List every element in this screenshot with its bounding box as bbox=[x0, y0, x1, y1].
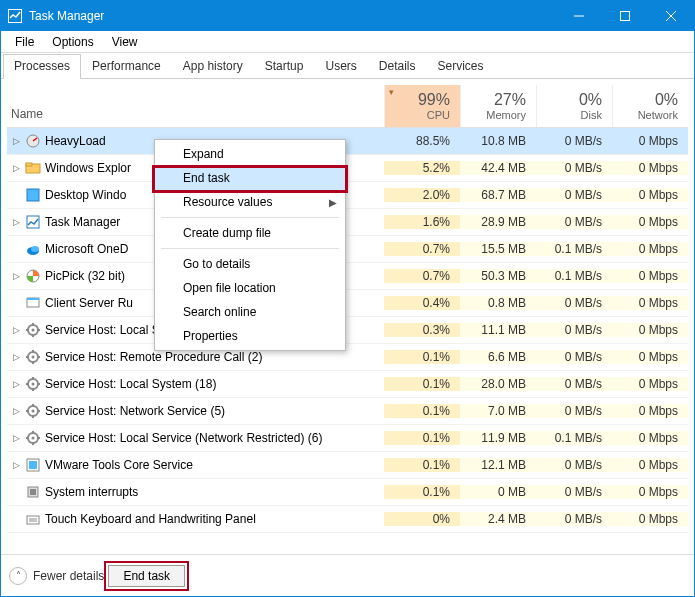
fewer-details-button[interactable]: ˄ Fewer details bbox=[9, 567, 104, 585]
column-disk[interactable]: 0% Disk bbox=[536, 85, 612, 127]
process-row[interactable]: Microsoft OneD0.7%15.5 MB0.1 MB/s0 Mbps bbox=[7, 236, 688, 263]
touch-icon bbox=[23, 511, 43, 527]
minimize-button[interactable] bbox=[556, 1, 602, 31]
context-properties[interactable]: Properties bbox=[155, 324, 345, 348]
memory-cell: 11.9 MB bbox=[460, 431, 536, 445]
process-name: Service Host: Local Service (Network Res… bbox=[43, 431, 384, 445]
menu-view[interactable]: View bbox=[104, 33, 146, 51]
process-row[interactable]: ▷Service Host: Local Service (No Network… bbox=[7, 317, 688, 344]
close-button[interactable] bbox=[648, 1, 694, 31]
grid-header: Name ▾ 99% CPU 27% Memory 0% Disk 0% Net… bbox=[7, 85, 688, 128]
context-separator bbox=[161, 217, 339, 218]
svc-icon bbox=[23, 349, 43, 365]
process-row[interactable]: Desktop Windo2.0%68.7 MB0 MB/s0 Mbps bbox=[7, 182, 688, 209]
process-grid: Name ▾ 99% CPU 27% Memory 0% Disk 0% Net… bbox=[1, 79, 694, 554]
process-row[interactable]: Client Server Ru0.4%0.8 MB0 MB/s0 Mbps bbox=[7, 290, 688, 317]
memory-cell: 7.0 MB bbox=[460, 404, 536, 418]
expand-toggle[interactable]: ▷ bbox=[7, 379, 23, 389]
tab-services[interactable]: Services bbox=[427, 54, 495, 79]
context-open-file-location[interactable]: Open file location bbox=[155, 276, 345, 300]
mem-percent: 27% bbox=[465, 91, 526, 109]
svg-rect-10 bbox=[27, 216, 39, 228]
context-create-dump-file[interactable]: Create dump file bbox=[155, 221, 345, 245]
task-manager-window: Task Manager FileOptionsView ProcessesPe… bbox=[0, 0, 695, 597]
net-label: Network bbox=[617, 109, 678, 121]
memory-cell: 28.9 MB bbox=[460, 215, 536, 229]
taskmgr-icon bbox=[23, 214, 43, 230]
menu-file[interactable]: File bbox=[7, 33, 42, 51]
column-name[interactable]: Name bbox=[7, 85, 384, 127]
explorer-icon bbox=[23, 160, 43, 176]
footer: ˄ Fewer details End task bbox=[1, 554, 694, 596]
process-row[interactable]: System interrupts0.1%0 MB0 MB/s0 Mbps bbox=[7, 479, 688, 506]
expand-toggle[interactable]: ▷ bbox=[7, 460, 23, 470]
process-row[interactable]: ▷Service Host: Local System (18)0.1%28.0… bbox=[7, 371, 688, 398]
tab-performance[interactable]: Performance bbox=[81, 54, 172, 79]
expand-toggle[interactable]: ▷ bbox=[7, 406, 23, 416]
process-row[interactable]: ▷Task Manager1.6%28.9 MB0 MB/s0 Mbps bbox=[7, 209, 688, 236]
disk-cell: 0 MB/s bbox=[536, 458, 612, 472]
disk-cell: 0 MB/s bbox=[536, 512, 612, 526]
process-row[interactable]: ▷Windows Explor5.2%42.4 MB0 MB/s0 Mbps bbox=[7, 155, 688, 182]
cpu-percent: 99% bbox=[389, 91, 450, 109]
expand-toggle[interactable]: ▷ bbox=[7, 433, 23, 443]
network-cell: 0 Mbps bbox=[612, 242, 688, 256]
menubar: FileOptionsView bbox=[1, 31, 694, 53]
column-cpu[interactable]: ▾ 99% CPU bbox=[384, 85, 460, 127]
expand-toggle[interactable]: ▷ bbox=[7, 136, 23, 146]
svg-point-29 bbox=[32, 383, 35, 386]
process-row[interactable]: ▷PicPick (32 bit)0.7%50.3 MB0.1 MB/s0 Mb… bbox=[7, 263, 688, 290]
svg-point-35 bbox=[32, 410, 35, 413]
expand-toggle[interactable]: ▷ bbox=[7, 325, 23, 335]
process-row[interactable]: ▷VMware Tools Core Service0.1%12.1 MB0 M… bbox=[7, 452, 688, 479]
maximize-button[interactable] bbox=[602, 1, 648, 31]
column-network[interactable]: 0% Network bbox=[612, 85, 688, 127]
column-memory[interactable]: 27% Memory bbox=[460, 85, 536, 127]
disk-cell: 0.1 MB/s bbox=[536, 269, 612, 283]
process-row[interactable]: Touch Keyboard and Handwriting Panel0%2.… bbox=[7, 506, 688, 533]
titlebar: Task Manager bbox=[1, 1, 694, 31]
disk-cell: 0 MB/s bbox=[536, 323, 612, 337]
context-resource-values[interactable]: Resource values▶ bbox=[155, 190, 345, 214]
cpu-cell: 2.0% bbox=[384, 188, 460, 202]
context-expand[interactable]: Expand bbox=[155, 142, 345, 166]
disk-label: Disk bbox=[541, 109, 602, 121]
svg-rect-15 bbox=[27, 298, 39, 300]
process-row[interactable]: ▷Service Host: Remote Procedure Call (2)… bbox=[7, 344, 688, 371]
process-name: System interrupts bbox=[43, 485, 384, 499]
process-row[interactable]: ▷Service Host: Local Service (Network Re… bbox=[7, 425, 688, 452]
end-task-button[interactable]: End task bbox=[108, 565, 185, 587]
context-end-task[interactable]: End task bbox=[155, 166, 345, 190]
cpu-cell: 5.2% bbox=[384, 161, 460, 175]
expand-toggle[interactable]: ▷ bbox=[7, 163, 23, 173]
memory-cell: 6.6 MB bbox=[460, 350, 536, 364]
context-go-to-details[interactable]: Go to details bbox=[155, 252, 345, 276]
network-cell: 0 Mbps bbox=[612, 323, 688, 337]
dwm-icon bbox=[23, 187, 43, 203]
memory-cell: 10.8 MB bbox=[460, 134, 536, 148]
memory-cell: 50.3 MB bbox=[460, 269, 536, 283]
cpu-cell: 0.3% bbox=[384, 323, 460, 337]
network-cell: 0 Mbps bbox=[612, 485, 688, 499]
tab-details[interactable]: Details bbox=[368, 54, 427, 79]
tab-startup[interactable]: Startup bbox=[254, 54, 315, 79]
expand-toggle[interactable]: ▷ bbox=[7, 217, 23, 227]
menu-options[interactable]: Options bbox=[44, 33, 101, 51]
network-cell: 0 Mbps bbox=[612, 458, 688, 472]
expand-toggle[interactable]: ▷ bbox=[7, 271, 23, 281]
cpu-cell: 0.1% bbox=[384, 431, 460, 445]
network-cell: 0 Mbps bbox=[612, 296, 688, 310]
tab-app-history[interactable]: App history bbox=[172, 54, 254, 79]
network-cell: 0 Mbps bbox=[612, 377, 688, 391]
process-row[interactable]: ▷HeavyLoad88.5%10.8 MB0 MB/s0 Mbps bbox=[7, 128, 688, 155]
network-cell: 0 Mbps bbox=[612, 134, 688, 148]
tab-users[interactable]: Users bbox=[314, 54, 367, 79]
context-search-online[interactable]: Search online bbox=[155, 300, 345, 324]
memory-cell: 2.4 MB bbox=[460, 512, 536, 526]
network-cell: 0 Mbps bbox=[612, 161, 688, 175]
expand-toggle[interactable]: ▷ bbox=[7, 352, 23, 362]
memory-cell: 28.0 MB bbox=[460, 377, 536, 391]
process-row[interactable]: ▷Service Host: Network Service (5)0.1%7.… bbox=[7, 398, 688, 425]
tab-processes[interactable]: Processes bbox=[3, 54, 81, 79]
disk-cell: 0 MB/s bbox=[536, 134, 612, 148]
